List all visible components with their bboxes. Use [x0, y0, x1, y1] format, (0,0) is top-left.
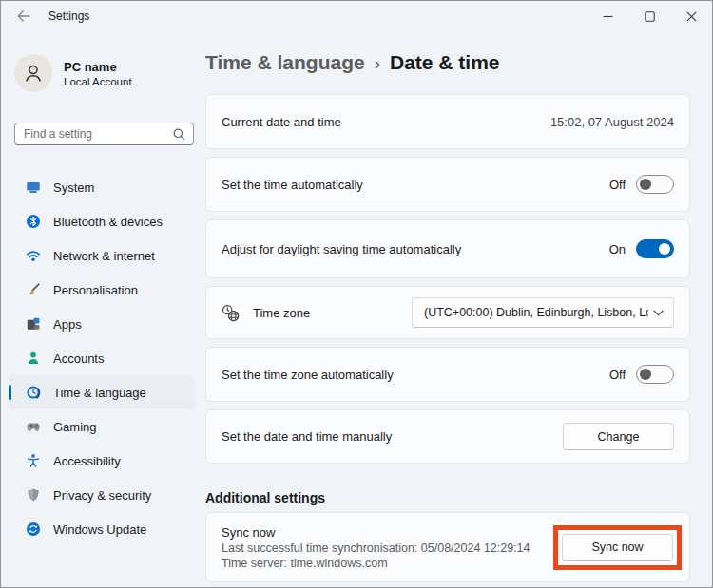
toggle-knob — [659, 243, 670, 255]
account-type: Local Account — [64, 76, 132, 87]
update-refresh-icon — [26, 522, 41, 537]
sidebar-item-bluetooth-devices[interactable]: Bluetooth & devices — [9, 204, 195, 238]
shield-icon — [26, 487, 41, 503]
daylight-saving-toggle[interactable] — [636, 239, 674, 258]
sidebar-item-label: Accessibility — [53, 454, 121, 468]
set-time-zone-toggle-wrap: Off — [609, 365, 674, 384]
time-zone-row: Time zone (UTC+00:00) Dublin, Edinburgh,… — [205, 286, 690, 339]
window-controls — [587, 1, 712, 31]
main-content: Time & language›Date & time Current date… — [202, 31, 712, 587]
sidebar-item-label: Windows Update — [53, 522, 146, 537]
wifi-icon — [26, 248, 41, 263]
game-controller-icon — [26, 419, 41, 434]
time-zone-label: Time zone — [253, 306, 310, 320]
set-time-automatically-row: Set the time automatically Off — [205, 157, 690, 212]
sidebar-item-label: Time & language — [53, 386, 146, 400]
accessibility-person-icon — [26, 453, 41, 468]
bluetooth-icon — [26, 214, 41, 229]
close-icon — [686, 11, 697, 22]
toggle-knob — [640, 179, 651, 190]
settings-cards: Current date and time 15:02, 07 August 2… — [205, 94, 690, 464]
sidebar-item-system[interactable]: System — [9, 170, 195, 204]
set-time-automatically-toggle-wrap: Off — [609, 175, 674, 194]
back-arrow-icon — [17, 10, 30, 22]
toggle-state-label: Off — [609, 368, 626, 382]
set-datetime-manually-label: Set the date and time manually — [222, 429, 392, 444]
avatar — [14, 54, 52, 92]
window-title: Settings — [48, 9, 89, 23]
sidebar-item-label: System — [53, 180, 94, 195]
back-button[interactable] — [7, 2, 41, 30]
time-zone-icon — [222, 304, 240, 322]
search-input[interactable] — [24, 127, 172, 141]
set-datetime-manually-row: Set the date and time manually Change — [205, 409, 690, 464]
close-button[interactable] — [670, 1, 712, 31]
sync-now-text: Sync now Last successful time synchronis… — [222, 525, 530, 570]
page-title: Date & time — [390, 51, 500, 73]
time-zone-selected-value: (UTC+00:00) Dublin, Edinburgh, Lisbon, L… — [424, 306, 648, 319]
sidebar-item-windows-update[interactable]: Windows Update — [9, 512, 195, 546]
daylight-saving-toggle-wrap: On — [609, 239, 674, 258]
sidebar-item-privacy-security[interactable]: Privacy & security — [9, 478, 195, 512]
toggle-knob — [640, 369, 651, 380]
title-bar: Settings — [1, 1, 712, 31]
maximize-icon — [645, 11, 655, 22]
chevron-down-icon — [653, 310, 664, 316]
breadcrumb-separator-icon: › — [375, 53, 380, 73]
sidebar-item-label: Network & internet — [53, 249, 155, 263]
user-text: PC name Local Account — [64, 60, 132, 87]
sidebar-item-label: Accounts — [53, 351, 104, 366]
additional-settings-heading: Additional settings — [205, 490, 690, 505]
highlight-box: Sync now — [553, 525, 682, 570]
time-server-text: Time server: time.windows.com — [222, 557, 530, 570]
sidebar-item-label: Personalisation — [53, 283, 138, 297]
apps-grid-icon — [26, 316, 41, 332]
sidebar: PC name Local Account System — [1, 31, 202, 587]
breadcrumb-parent[interactable]: Time & language — [205, 51, 365, 73]
current-datetime-value: 15:02, 07 August 2024 — [550, 115, 674, 129]
minimize-icon — [603, 11, 613, 22]
last-sync-text: Last successful time synchronisation: 05… — [222, 541, 530, 555]
system-icon — [26, 180, 41, 195]
daylight-saving-row: Adjust for daylight saving time automati… — [205, 219, 690, 278]
search-icon[interactable] — [172, 127, 185, 141]
maximize-button[interactable] — [628, 1, 670, 31]
current-datetime-row: Current date and time 15:02, 07 August 2… — [205, 94, 690, 149]
set-time-zone-automatically-toggle[interactable] — [636, 365, 674, 384]
toggle-state-label: On — [609, 242, 626, 256]
sidebar-item-personalisation[interactable]: Personalisation — [9, 273, 195, 307]
set-time-automatically-label: Set the time automatically — [222, 178, 363, 192]
sidebar-item-label: Gaming — [53, 420, 97, 434]
sidebar-nav: System Bluetooth & devices Network & int… — [1, 170, 202, 546]
sync-now-title: Sync now — [222, 525, 530, 540]
brush-icon — [26, 282, 41, 297]
sidebar-item-label: Bluetooth & devices — [53, 215, 163, 229]
sidebar-item-label: Privacy & security — [53, 488, 151, 503]
time-zone-dropdown[interactable]: (UTC+00:00) Dublin, Edinburgh, Lisbon, L… — [412, 297, 674, 328]
sidebar-item-accessibility[interactable]: Accessibility — [9, 444, 195, 478]
set-time-automatically-toggle[interactable] — [636, 175, 674, 194]
minimize-button[interactable] — [587, 1, 628, 31]
daylight-saving-label: Adjust for daylight saving time automati… — [222, 242, 461, 256]
sync-now-row: Sync now Last successful time synchronis… — [205, 512, 690, 582]
search-box — [14, 123, 194, 145]
toggle-state-label: Off — [609, 178, 626, 192]
person-icon — [26, 351, 41, 366]
current-datetime-label: Current date and time — [222, 115, 341, 129]
set-time-zone-automatically-row: Set the time zone automatically Off — [205, 347, 690, 402]
sidebar-item-gaming[interactable]: Gaming — [9, 409, 195, 444]
sidebar-item-label: Apps — [53, 317, 82, 332]
sidebar-item-time-language[interactable]: Time & language — [9, 375, 195, 409]
breadcrumb: Time & language›Date & time — [205, 47, 690, 80]
sidebar-item-accounts[interactable]: Accounts — [9, 341, 195, 375]
clock-globe-icon — [26, 385, 41, 400]
settings-window: Settings PC name Local Account — [0, 0, 713, 588]
pc-name: PC name — [64, 60, 132, 74]
user-account-block[interactable]: PC name Local Account — [14, 54, 202, 92]
change-button[interactable]: Change — [563, 423, 674, 450]
sync-now-button[interactable]: Sync now — [562, 534, 673, 561]
set-time-zone-automatically-label: Set the time zone automatically — [222, 368, 394, 382]
sidebar-item-apps[interactable]: Apps — [9, 307, 195, 341]
sidebar-item-network-internet[interactable]: Network & internet — [9, 238, 195, 273]
